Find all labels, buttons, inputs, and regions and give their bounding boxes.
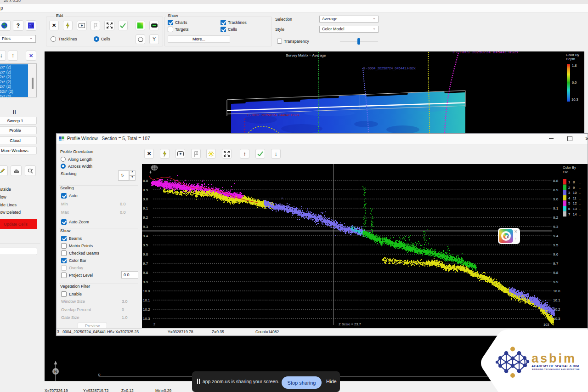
svg-text:9: 9 [573,186,575,190]
svg-text:Z Scale = 23.7: Z Scale = 23.7 [339,322,361,326]
svg-text:9.0: 9.0 [553,197,559,201]
svg-text:..: .. [579,191,581,195]
svg-text:9.5: 9.5 [143,243,148,247]
svg-text:9.0: 9.0 [143,197,148,201]
svg-text:8.9: 8.9 [143,188,148,192]
svg-text:Color By: Color By [563,165,576,170]
svg-text:9.1: 9.1 [553,206,559,210]
svg-text:9.6: 9.6 [143,252,148,256]
svg-text:10.1: 10.1 [553,298,560,302]
svg-text:..: .. [579,196,581,200]
svg-text:10.3: 10.3 [143,317,150,321]
svg-text:8: 8 [573,180,575,184]
svg-text:ACADEMY OF SPATIAL & BIM: ACADEMY OF SPATIAL & BIM [531,364,579,368]
svg-text:9.5: 9.5 [553,243,559,247]
svg-text:9.6: 9.6 [553,252,559,256]
svg-text:File: File [563,170,568,174]
svg-text:9.3: 9.3 [553,225,559,229]
svg-text:9.9: 9.9 [553,280,559,284]
svg-text:2: 2 [568,186,570,190]
svg-text:10.1: 10.1 [143,298,150,302]
svg-text:8.9: 8.9 [553,188,559,192]
svg-text:9.7: 9.7 [553,261,559,266]
svg-text:3: 3 [568,191,570,195]
svg-text:10.2: 10.2 [143,307,150,312]
svg-text:13: 13 [573,207,577,211]
svg-text:7: 7 [568,212,570,216]
svg-text:10.3: 10.3 [553,317,560,321]
svg-text:10.0: 10.0 [553,289,560,293]
svg-text:N: N [54,369,57,374]
svg-text:asbim: asbim [531,352,577,365]
svg-text:..: .. [579,207,581,211]
svg-text:BRIDGING TECHNOLOGY AND EXPERT: BRIDGING TECHNOLOGY AND EXPERTISE [532,368,580,370]
svg-text:8.8: 8.8 [143,179,148,183]
svg-text:14: 14 [573,212,577,216]
svg-text:1: 1 [568,180,570,184]
svg-text:10.0: 10.0 [143,289,150,293]
svg-text:9.2: 9.2 [553,216,559,220]
svg-text:..: .. [579,180,581,184]
svg-text:9.9: 9.9 [143,280,148,284]
svg-text:12: 12 [573,201,577,205]
svg-text:9.4: 9.4 [553,234,559,238]
svg-text:6: 6 [568,207,570,211]
svg-text:9.1: 9.1 [143,206,148,210]
svg-text:8.8: 8.8 [553,179,559,183]
svg-text:11: 11 [573,196,577,200]
svg-text:4: 4 [568,196,570,200]
svg-text:..: .. [579,186,581,190]
svg-text:10: 10 [573,191,577,195]
svg-text:5: 5 [568,201,570,205]
svg-text:9.3: 9.3 [143,225,148,229]
svg-text:2: 2 [153,322,155,326]
svg-text:..: .. [579,201,581,205]
svg-text:9.4: 9.4 [143,234,148,238]
svg-text:9.8: 9.8 [553,271,559,275]
svg-text:9.8: 9.8 [143,271,148,275]
svg-text:9.7: 9.7 [143,261,148,266]
svg-text:9.2: 9.2 [143,216,148,220]
svg-text:..: .. [579,212,581,216]
